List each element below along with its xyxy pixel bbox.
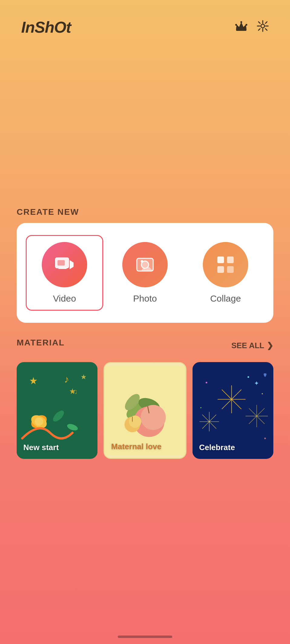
crown-icon[interactable] (235, 21, 248, 34)
svg-text:✦: ✦ (254, 380, 259, 387)
svg-rect-0 (236, 29, 246, 31)
svg-rect-18 (227, 257, 234, 263)
svg-text:♪: ♪ (64, 373, 69, 384)
svg-point-70 (200, 407, 201, 408)
svg-point-67 (206, 382, 207, 384)
svg-point-37 (141, 405, 166, 430)
app-logo: InShOt (21, 18, 71, 36)
svg-rect-20 (227, 266, 234, 273)
bottom-spacer (0, 471, 290, 630)
create-new-card: Video Photo (17, 223, 273, 323)
celebrate-label: Celebrate (199, 443, 235, 452)
svg-point-3 (246, 24, 247, 26)
svg-point-16 (141, 260, 143, 263)
collage-label: Collage (210, 293, 241, 304)
video-icon-circle (42, 242, 87, 287)
video-label: Video (53, 293, 76, 304)
home-indicator (118, 636, 172, 638)
material-card-new-start[interactable]: ♪ ♫ New start (17, 362, 97, 459)
photo-label: Photo (133, 293, 157, 304)
svg-point-2 (240, 21, 242, 23)
header-icons (235, 20, 269, 35)
svg-point-68 (247, 376, 249, 378)
bottom-bar (0, 629, 290, 644)
svg-rect-17 (217, 257, 224, 263)
svg-rect-19 (217, 266, 224, 273)
create-item-photo[interactable]: Photo (106, 235, 184, 311)
material-header: MATERIAL SEE ALL ❯ (17, 338, 273, 354)
svg-point-69 (262, 393, 263, 394)
svg-point-39 (129, 415, 141, 428)
create-item-video[interactable]: Video (26, 235, 103, 311)
create-new-section: CREATE NEW Video (0, 207, 290, 323)
svg-marker-7 (70, 260, 74, 269)
material-card-celebrate[interactable]: ✦ Celebrate (193, 362, 273, 459)
hero-area (0, 48, 290, 207)
header: InShOt (0, 0, 290, 48)
svg-point-1 (235, 24, 237, 26)
svg-point-4 (261, 24, 265, 28)
material-section: MATERIAL SEE ALL ❯ ♪ ♫ (0, 323, 290, 471)
chevron-right-icon: ❯ (267, 341, 273, 350)
svg-rect-42 (193, 366, 273, 455)
create-new-label: CREATE NEW (17, 207, 273, 217)
see-all-button[interactable]: SEE ALL ❯ (231, 341, 273, 350)
maternal-love-label: Maternal love (111, 442, 161, 451)
svg-rect-8 (58, 260, 65, 266)
material-label: MATERIAL (17, 338, 65, 348)
see-all-label: SEE ALL (231, 341, 264, 350)
material-card-maternal-love[interactable]: Maternal love (104, 362, 186, 459)
svg-point-29 (35, 417, 43, 426)
collage-icon-circle (203, 242, 248, 287)
photo-icon-circle (122, 242, 168, 287)
create-item-collage[interactable]: Collage (187, 235, 264, 311)
svg-point-71 (264, 437, 266, 439)
svg-rect-21 (17, 366, 97, 455)
settings-icon[interactable] (257, 20, 269, 35)
material-grid: ♪ ♫ New start (17, 362, 273, 459)
new-start-label: New start (23, 443, 59, 452)
svg-text:♫: ♫ (72, 387, 77, 395)
